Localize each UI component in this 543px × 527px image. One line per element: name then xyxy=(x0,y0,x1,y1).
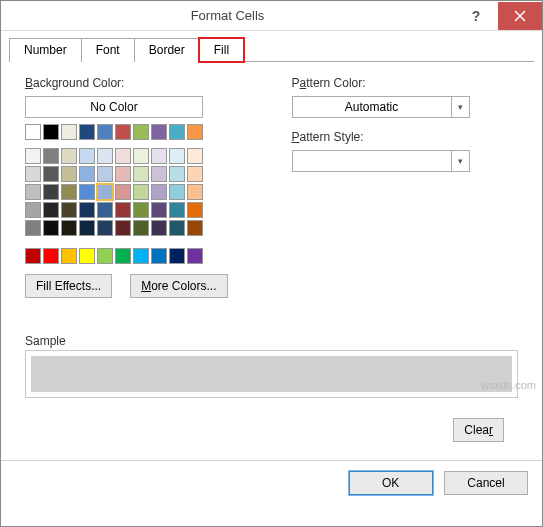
color-swatch[interactable] xyxy=(187,184,203,200)
color-swatch[interactable] xyxy=(169,166,185,182)
tab-strip: Number Font Border Fill xyxy=(9,37,534,62)
color-swatch[interactable] xyxy=(169,148,185,164)
color-swatch[interactable] xyxy=(151,220,167,236)
ok-button[interactable]: OK xyxy=(349,471,433,495)
pattern-color-dropdown[interactable]: Automatic ▾ xyxy=(292,96,470,118)
color-swatch[interactable] xyxy=(43,248,59,264)
help-button[interactable]: ? xyxy=(454,2,498,30)
content-area: Number Font Border Fill Background Backg… xyxy=(1,31,542,452)
tab-border[interactable]: Border xyxy=(134,38,200,62)
color-swatch[interactable] xyxy=(61,166,77,182)
pattern-color-label: Pattern Color:Pattern Color: xyxy=(292,76,470,90)
titlebar: Format Cells ? xyxy=(1,1,542,31)
fill-effects-button[interactable]: Fill EffectsFill Effects...... xyxy=(25,274,112,298)
color-swatch[interactable] xyxy=(25,124,41,140)
color-swatch[interactable] xyxy=(151,148,167,164)
color-swatch[interactable] xyxy=(133,166,149,182)
color-swatch[interactable] xyxy=(61,184,77,200)
color-swatch[interactable] xyxy=(25,202,41,218)
color-swatch[interactable] xyxy=(151,184,167,200)
color-swatch[interactable] xyxy=(187,166,203,182)
color-swatch[interactable] xyxy=(133,202,149,218)
color-swatch[interactable] xyxy=(187,148,203,164)
color-swatch[interactable] xyxy=(187,220,203,236)
dialog-footer: OK Cancel xyxy=(1,460,542,505)
clear-button[interactable]: ClearClear xyxy=(453,418,504,442)
close-button[interactable] xyxy=(498,2,542,30)
color-swatch[interactable] xyxy=(115,202,131,218)
color-swatch[interactable] xyxy=(115,148,131,164)
tab-fill[interactable]: Fill xyxy=(199,38,244,62)
color-swatch[interactable] xyxy=(133,124,149,140)
background-color-label: Background Background Color:Color: xyxy=(25,76,228,90)
color-swatch[interactable] xyxy=(79,202,95,218)
theme-color-grid xyxy=(25,124,228,264)
color-swatch[interactable] xyxy=(25,166,41,182)
color-swatch[interactable] xyxy=(25,248,41,264)
sample-swatch xyxy=(31,356,512,392)
dialog-window: Format Cells ? Number Font Border Fill B… xyxy=(0,0,543,527)
tab-number[interactable]: Number xyxy=(9,38,82,62)
color-swatch[interactable] xyxy=(187,248,203,264)
pattern-color-value: Automatic xyxy=(293,100,451,114)
watermark: wsxdn.com xyxy=(481,379,536,391)
color-swatch[interactable] xyxy=(61,148,77,164)
color-swatch[interactable] xyxy=(61,124,77,140)
color-swatch[interactable] xyxy=(151,202,167,218)
color-swatch[interactable] xyxy=(97,148,113,164)
pattern-style-label: Pattern Style:Pattern Style: xyxy=(292,130,470,144)
color-swatch[interactable] xyxy=(43,202,59,218)
color-swatch[interactable] xyxy=(25,220,41,236)
chevron-down-icon: ▾ xyxy=(451,151,469,171)
color-swatch[interactable] xyxy=(169,124,185,140)
color-swatch[interactable] xyxy=(43,148,59,164)
background-color-section: Background Background Color:Color: No Co… xyxy=(25,76,228,298)
color-swatch[interactable] xyxy=(97,220,113,236)
color-swatch[interactable] xyxy=(43,124,59,140)
color-swatch[interactable] xyxy=(151,166,167,182)
color-swatch[interactable] xyxy=(97,184,113,200)
color-swatch[interactable] xyxy=(133,184,149,200)
cancel-button[interactable]: Cancel xyxy=(444,471,528,495)
color-swatch[interactable] xyxy=(79,148,95,164)
color-swatch[interactable] xyxy=(151,248,167,264)
pattern-section: Pattern Color:Pattern Color: Automatic ▾… xyxy=(292,76,470,298)
color-swatch[interactable] xyxy=(169,220,185,236)
more-colors-button[interactable]: More ColorsMore Colors...... xyxy=(130,274,227,298)
color-swatch[interactable] xyxy=(115,220,131,236)
color-swatch[interactable] xyxy=(187,124,203,140)
tab-font[interactable]: Font xyxy=(81,38,135,62)
color-swatch[interactable] xyxy=(115,166,131,182)
color-swatch[interactable] xyxy=(133,220,149,236)
color-swatch[interactable] xyxy=(133,248,149,264)
color-swatch[interactable] xyxy=(79,220,95,236)
color-swatch[interactable] xyxy=(187,202,203,218)
color-swatch[interactable] xyxy=(79,248,95,264)
color-swatch[interactable] xyxy=(115,184,131,200)
color-swatch[interactable] xyxy=(43,166,59,182)
color-swatch[interactable] xyxy=(61,202,77,218)
color-swatch[interactable] xyxy=(151,124,167,140)
color-swatch[interactable] xyxy=(61,220,77,236)
color-swatch[interactable] xyxy=(61,248,77,264)
color-swatch[interactable] xyxy=(43,184,59,200)
color-swatch[interactable] xyxy=(169,202,185,218)
pattern-style-dropdown[interactable]: ▾ xyxy=(292,150,470,172)
color-swatch[interactable] xyxy=(169,184,185,200)
color-swatch[interactable] xyxy=(115,248,131,264)
color-swatch[interactable] xyxy=(97,248,113,264)
sample-preview xyxy=(25,350,518,398)
color-swatch[interactable] xyxy=(133,148,149,164)
color-swatch[interactable] xyxy=(79,166,95,182)
color-swatch[interactable] xyxy=(25,148,41,164)
color-swatch[interactable] xyxy=(115,124,131,140)
color-swatch[interactable] xyxy=(97,124,113,140)
color-swatch[interactable] xyxy=(169,248,185,264)
color-swatch[interactable] xyxy=(97,202,113,218)
no-color-button[interactable]: No Color xyxy=(25,96,203,118)
color-swatch[interactable] xyxy=(79,184,95,200)
color-swatch[interactable] xyxy=(43,220,59,236)
color-swatch[interactable] xyxy=(79,124,95,140)
color-swatch[interactable] xyxy=(25,184,41,200)
color-swatch[interactable] xyxy=(97,166,113,182)
